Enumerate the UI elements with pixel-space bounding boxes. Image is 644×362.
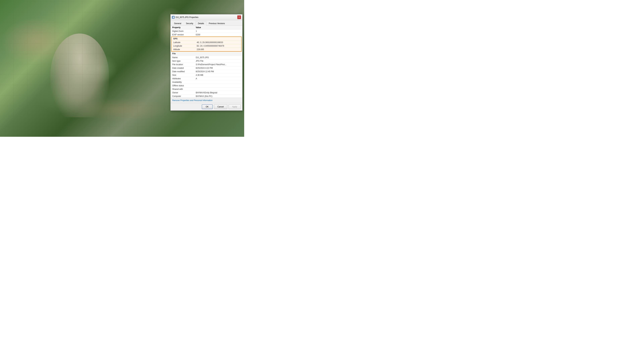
value-cell: JPG File [194,59,242,63]
table-row: EXIF version 0230 [170,33,242,36]
property-table-scroll[interactable]: Property Value Digital Zoom 1 EXIF versi… [170,26,242,98]
tabs-bar: General Security Details Previous Versio… [170,20,242,26]
table-header-row: Property Value [170,26,242,29]
tab-general[interactable]: General [172,21,184,26]
value-cell: DJI_0075.JPG [194,56,242,59]
tab-security[interactable]: Security [184,21,196,26]
value-cell: 0230 [194,33,242,36]
property-cell: Owner [170,91,194,94]
value-cell: BAYMAX\Emily Blegvad [194,91,242,94]
table-row: Date modified 8/25/2024 12:45 PM [170,70,242,73]
apply-button[interactable]: Apply [228,104,241,109]
value-cell [194,80,242,84]
dialog-buttons: OK Cancel Apply [170,103,242,110]
file-header-cell: File [170,52,242,56]
property-cell: Computer [170,94,194,98]
property-cell: Latitude [172,41,195,44]
value-cell: 8/25/2024 12:45 PM [194,70,242,73]
table-row: Latitude 40; 3; 29.3691000000108033 [172,41,241,44]
table-row: File location S:\PixElement\Project File… [170,63,242,66]
value-column-header: Value [194,26,242,29]
value-cell: 228.695 [195,48,241,51]
table-row: Size 4.36 MB [170,73,242,77]
table-row: Item type JPG File [170,59,242,63]
footer-link-area: Remove Properties and Personal Informati… [170,98,242,103]
property-cell: Size [170,73,194,77]
value-cell: S:\PixElement\Project Files\Phot... [194,63,242,66]
table-row: Altitude 228.695 [172,48,241,51]
table-row: Owner BAYMAX\Emily Blegvad [170,91,242,94]
table-row: Offline status [170,84,242,87]
property-cell: Longitude [172,44,195,48]
building-silhouette [50,33,109,117]
property-cell: Name [170,56,194,59]
value-cell [194,84,242,87]
value-cell: 40; 3; 29.3691000000108033 [195,41,241,44]
table-row: Date created 8/25/2024 4:22 PM [170,66,242,70]
property-cell: Date modified [170,70,194,73]
property-cell: Attributes [170,77,194,80]
value-cell: 4.36 MB [194,73,242,77]
property-cell: Digital Zoom [170,29,194,33]
property-column-header: Property [170,26,194,29]
cancel-button[interactable]: Cancel [214,104,227,109]
property-cell: Offline status [170,84,194,87]
gps-section: GPS Latitude 40; 3; 29.3691000000108033 … [171,36,242,52]
properties-dialog: 📄 DJI_0075.JPG Properties ✕ General Secu… [170,14,242,111]
property-table: Property Value Digital Zoom 1 EXIF versi… [170,26,242,36]
property-cell: EXIF version [170,33,194,36]
dialog-title: DJI_0075.JPG Properties [176,16,198,18]
tab-details[interactable]: Details [196,21,206,26]
dialog-content: Property Value Digital Zoom 1 EXIF versi… [170,26,242,98]
table-row: Longitude 82; 24; 4.04550000000746479 [172,44,241,48]
file-table: File Name DJI_0075.JPG Item type JPG Fil… [170,52,242,98]
tab-previous-versions[interactable]: Previous Versions [206,21,227,26]
table-row: Availability [170,80,242,84]
value-cell: 8/25/2024 4:22 PM [194,66,242,70]
remove-properties-link[interactable]: Remove Properties and Personal Informati… [172,99,212,102]
property-cell: Shared with [170,87,194,91]
table-row: Name DJI_0075.JPG [170,56,242,59]
gps-table: GPS Latitude 40; 3; 29.3691000000108033 … [172,37,241,51]
close-button[interactable]: ✕ [237,15,241,19]
property-cell: File location [170,63,194,66]
value-cell: A [194,77,242,80]
dialog-icon: 📄 [172,16,174,18]
value-cell [194,87,242,91]
file-section-header: File [170,52,242,56]
table-row: Shared with [170,87,242,91]
table-row: Computer BAYMAX (this PC) [170,94,242,98]
property-cell: Item type [170,59,194,63]
dialog-titlebar: 📄 DJI_0075.JPG Properties ✕ [170,14,242,20]
property-cell: Availability [170,80,194,84]
property-cell: Altitude [172,48,195,51]
value-cell: BAYMAX (this PC) [194,94,242,98]
property-cell: Date created [170,66,194,70]
gps-section-header: GPS [172,37,241,41]
value-cell: 1 [194,29,242,33]
table-row: Attributes A [170,77,242,80]
value-cell: 82; 24; 4.04550000000746479 [195,44,241,48]
table-row: Digital Zoom 1 [170,29,242,33]
title-left: 📄 DJI_0075.JPG Properties [172,16,198,18]
gps-header-cell: GPS [172,37,241,41]
ok-button[interactable]: OK [202,104,213,109]
